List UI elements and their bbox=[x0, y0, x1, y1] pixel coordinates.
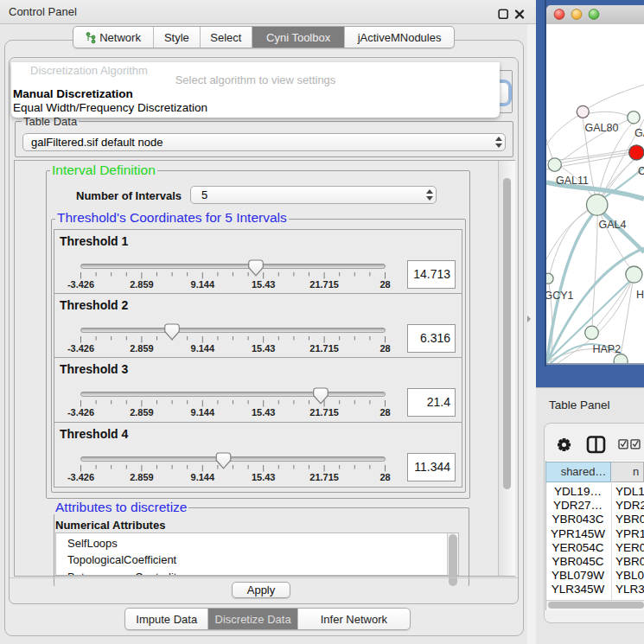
svg-text:GAL80: GAL80 bbox=[585, 122, 619, 134]
svg-text:2.859: 2.859 bbox=[130, 279, 154, 290]
svg-text:GCY1: GCY1 bbox=[546, 290, 574, 302]
svg-text:9.144: 9.144 bbox=[191, 407, 215, 418]
svg-text:HAP2: HAP2 bbox=[593, 343, 622, 355]
svg-text:H: H bbox=[636, 289, 644, 301]
svg-text:15.43: 15.43 bbox=[252, 472, 276, 482]
svg-text:28: 28 bbox=[379, 472, 390, 482]
svg-text:21.715: 21.715 bbox=[309, 407, 339, 418]
svg-text:GAL4: GAL4 bbox=[599, 219, 627, 231]
svg-text:9.144: 9.144 bbox=[191, 343, 215, 354]
svg-text:28: 28 bbox=[379, 279, 390, 290]
svg-text:9.144: 9.144 bbox=[191, 279, 215, 290]
svg-text:-3.426: -3.426 bbox=[67, 472, 94, 482]
svg-text:C: C bbox=[638, 165, 644, 177]
svg-text:2.859: 2.859 bbox=[130, 343, 154, 354]
svg-text:-3.426: -3.426 bbox=[67, 279, 94, 290]
svg-text:28: 28 bbox=[379, 407, 390, 418]
svg-text:21.715: 21.715 bbox=[309, 472, 339, 482]
svg-text:21.715: 21.715 bbox=[309, 279, 339, 290]
svg-text:9.144: 9.144 bbox=[191, 472, 215, 482]
svg-text:15.43: 15.43 bbox=[252, 279, 276, 290]
svg-text:-3.426: -3.426 bbox=[67, 343, 94, 354]
svg-text:2.859: 2.859 bbox=[130, 472, 154, 482]
svg-text:GA: GA bbox=[634, 127, 644, 139]
svg-text:-3.426: -3.426 bbox=[67, 407, 94, 418]
svg-text:15.43: 15.43 bbox=[252, 343, 276, 354]
svg-text:2.859: 2.859 bbox=[130, 407, 154, 418]
svg-text:28: 28 bbox=[379, 343, 390, 354]
svg-text:GAL11: GAL11 bbox=[556, 175, 589, 187]
svg-text:15.43: 15.43 bbox=[252, 407, 276, 418]
svg-text:21.715: 21.715 bbox=[309, 343, 339, 354]
